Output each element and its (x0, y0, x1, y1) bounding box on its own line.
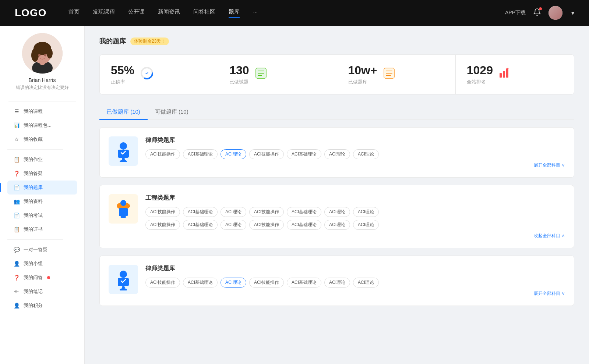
svg-rect-20 (500, 73, 502, 78)
lawyer-icon-wrap (109, 136, 138, 166)
nav-courses[interactable]: 发现课程 (93, 8, 115, 18)
svg-point-32 (120, 271, 127, 278)
page-header: 我的题库 体验剩余23天！ (99, 37, 574, 46)
tag-item[interactable]: ACI理论 (353, 278, 379, 288)
tag-item[interactable]: ACI基础理论 (183, 207, 218, 217)
expand-link-2[interactable]: 展开全部科目 ∨ (145, 290, 565, 297)
qbank-card-engineer: 工程类题库 ACI技能操作 ACI基础理论 ACI理论 ACI技能操作 ACI基… (99, 185, 574, 248)
collapse-link-engineer[interactable]: 收起全部科目 ∧ (145, 233, 565, 239)
tag-item[interactable]: ACI基础理论 (287, 149, 321, 159)
sidebar-item-label: 我的积分 (24, 302, 43, 309)
profile-name: Brian Harris (29, 77, 56, 83)
package-icon: 📊 (13, 122, 20, 128)
qbank-engineer-tags-row2: ACI技能操作 ACI基础理论 ACI理论 ACI技能操作 ACI基础理论 AC… (145, 220, 565, 230)
tag-item[interactable]: ACI基础理论 (183, 278, 218, 288)
stat-ranking-label: 全站排名 (467, 79, 493, 85)
tag-item[interactable]: ACI基础理论 (183, 149, 218, 159)
tag-item[interactable]: ACI理论 (353, 207, 379, 217)
stat-accuracy-label: 正确率 (111, 79, 134, 85)
tag-item[interactable]: ACI理论 (221, 220, 246, 230)
sidebar-menu: ☰ 我的课程 📊 我的课程包... ☆ 我的收藏 📋 我的作业 ❓ 我的答疑 📄 (0, 104, 84, 313)
stat-done-banks: 10w+ 已做题库 (337, 55, 456, 94)
sidebar-item-notes[interactable]: ✏ 我的笔记 (7, 285, 77, 299)
nav-news[interactable]: 新闻资讯 (158, 8, 180, 18)
profile-motto: 错误的决定比没有决定要好 (16, 85, 69, 91)
tag-item[interactable]: ACI基础理论 (287, 220, 321, 230)
lawyer2-icon-wrap (109, 265, 138, 294)
sidebar-item-label: 我的笔记 (24, 288, 43, 295)
tab-done[interactable]: 已做题库 (10) (99, 105, 148, 120)
nav-home[interactable]: 首页 (68, 8, 80, 18)
sidebar-item-cert[interactable]: 📋 我的证书 (7, 222, 77, 236)
sidebar-divider-mid1 (7, 149, 63, 150)
done-questions-icon (255, 67, 267, 82)
qbank-card-lawyer-2: 律师类题库 ACI技能操作 ACI基础理论 ACI理论 ACI技能操作 ACI基… (99, 256, 574, 306)
tag-item[interactable]: ACI技能操作 (145, 207, 180, 217)
sidebar-item-group[interactable]: 👤 我的小组 (7, 257, 77, 271)
page-title: 我的题库 (99, 37, 126, 46)
tag-item[interactable]: ACI理论 (221, 207, 246, 217)
tag-item[interactable]: ACI技能操作 (249, 220, 284, 230)
tag-item[interactable]: ACI基础理论 (183, 220, 218, 230)
tag-item[interactable]: ACI理论 (324, 149, 350, 159)
expand-link-1[interactable]: 展开全部科目 ∨ (145, 162, 565, 168)
nav-more[interactable]: ··· (253, 8, 258, 18)
nav-bank[interactable]: 题库 (229, 8, 240, 18)
sidebar-item-label: 我的问答 (24, 274, 43, 281)
qbank-lawyer-2-name: 律师类题库 (145, 265, 565, 272)
tag-item[interactable]: ACI技能操作 (145, 220, 180, 230)
svg-point-23 (120, 142, 127, 150)
sidebar-item-label: 我的小组 (24, 260, 43, 267)
sidebar-divider-mid2 (7, 239, 63, 240)
qa-icon: ❓ (13, 171, 20, 176)
nav-open[interactable]: 公开课 (128, 8, 145, 18)
tag-item[interactable]: ACI技能操作 (145, 149, 180, 159)
qbank-lawyer-1-name: 律师类题库 (145, 136, 565, 144)
svg-point-7 (38, 54, 40, 57)
tag-item[interactable]: ACI理论 (324, 278, 350, 288)
avatar-image (549, 6, 562, 20)
tag-item[interactable]: ACI基础理论 (287, 278, 321, 288)
tag-item[interactable]: ACI技能操作 (249, 207, 284, 217)
sidebar-item-courses[interactable]: ☰ 我的课程 (7, 104, 77, 118)
tag-item[interactable]: ACI技能操作 (249, 149, 284, 159)
homework-icon: 📋 (13, 157, 20, 163)
app-download-link[interactable]: APP下载 (505, 10, 526, 16)
svg-point-6 (47, 48, 53, 58)
chevron-down-icon[interactable]: ▾ (571, 10, 574, 17)
tag-item[interactable]: ACI基础理论 (287, 207, 321, 217)
sidebar-item-course-package[interactable]: 📊 我的课程包... (7, 118, 77, 132)
tag-item[interactable]: ACI理论 (353, 220, 379, 230)
stat-ranking-value: 1029 (467, 64, 493, 77)
tag-item-active[interactable]: ACI理论 (221, 149, 246, 159)
main-layout: Brian Harris 错误的决定比没有决定要好 ☰ 我的课程 📊 我的课程包… (0, 26, 589, 364)
bell-icon[interactable] (533, 8, 541, 18)
tab-available[interactable]: 可做题库 (10) (148, 105, 196, 120)
qa-badge (47, 276, 50, 279)
tag-item[interactable]: ACI理论 (353, 149, 379, 159)
sidebar-item-bank[interactable]: 📄 我的题库 (7, 181, 77, 195)
sidebar-item-points[interactable]: 👤 我的积分 (7, 299, 77, 313)
tag-item[interactable]: ACI理论 (324, 207, 350, 217)
stat-ranking: 1029 全站排名 (456, 55, 574, 94)
notification-dot (539, 7, 542, 10)
sidebar-item-data[interactable]: 👥 我的资料 (7, 195, 77, 208)
tag-item-active[interactable]: ACI理论 (221, 278, 246, 288)
tag-item[interactable]: ACI技能操作 (145, 278, 180, 288)
sidebar-item-label: 我的收藏 (24, 136, 43, 143)
sidebar-item-label: 我的资料 (24, 198, 43, 205)
sidebar-item-favorites[interactable]: ☆ 我的收藏 (7, 132, 77, 146)
nav-qa[interactable]: 问答社区 (193, 8, 215, 18)
tag-item[interactable]: ACI技能操作 (249, 278, 284, 288)
stat-done-questions-value: 130 (229, 64, 249, 77)
user-avatar[interactable] (549, 6, 562, 20)
ranking-icon (499, 67, 511, 82)
sidebar-item-my-qa[interactable]: ❓ 我的问答 (7, 271, 77, 285)
svg-point-8 (44, 54, 46, 57)
tag-item[interactable]: ACI理论 (324, 220, 350, 230)
qbank-lawyer-1-tags: ACI技能操作 ACI基础理论 ACI理论 ACI技能操作 ACI基础理论 AC… (145, 149, 565, 159)
sidebar-item-exam[interactable]: 📄 我的考试 (7, 208, 77, 222)
sidebar-item-one-on-one[interactable]: 💬 一对一答疑 (7, 243, 77, 257)
sidebar-item-homework[interactable]: 📋 我的作业 (7, 153, 77, 167)
sidebar-item-qa[interactable]: ❓ 我的答疑 (7, 167, 77, 181)
